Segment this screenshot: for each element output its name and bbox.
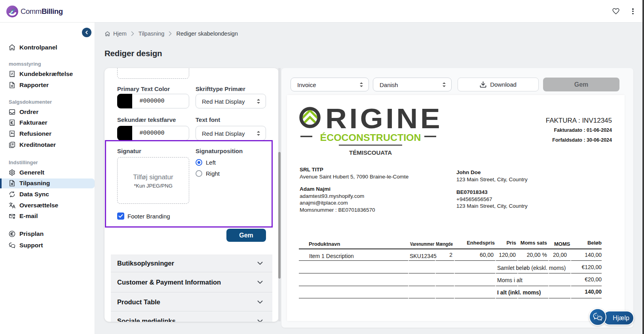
- svg-text:TÉMISCOUATA: TÉMISCOUATA: [349, 149, 392, 156]
- svg-text:ÉCOCONSTRUCTION: ÉCOCONSTRUCTION: [320, 132, 421, 143]
- svg-text:RIGINE: RIGINE: [325, 106, 442, 134]
